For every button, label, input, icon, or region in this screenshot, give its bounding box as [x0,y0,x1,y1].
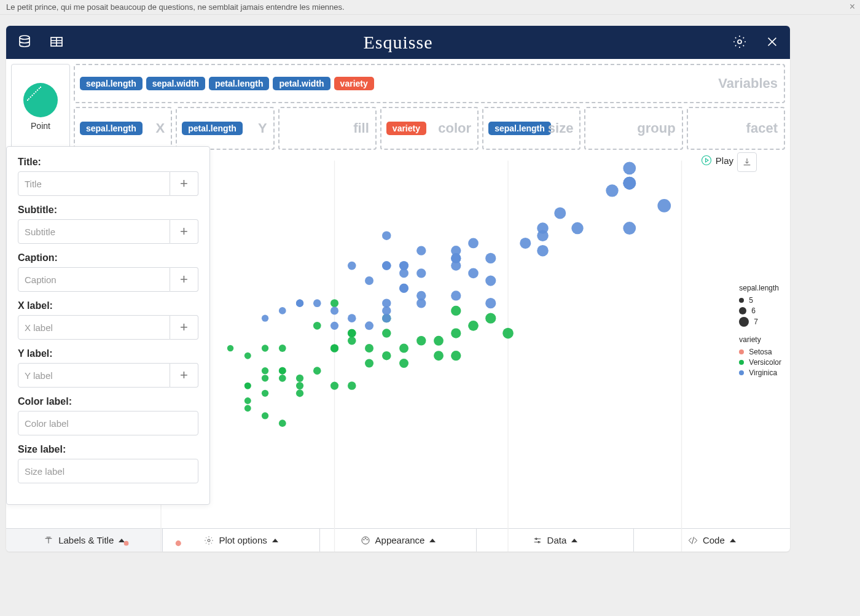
svg-point-163 [313,299,321,307]
pill-variety[interactable]: variety [334,77,374,90]
aes-zone-Y[interactable]: petal.lengthY [176,107,274,150]
table-icon[interactable] [49,34,64,51]
svg-point-108 [262,367,268,374]
field-label-colorlabel: Color label: [18,396,198,407]
app-window: Esquisse Point sepal.lengthsepal.widthpe… [6,26,790,552]
title-input[interactable] [18,171,170,196]
svg-point-160 [382,306,391,315]
pill-petal.length[interactable]: petal.length [209,77,270,90]
caption-input[interactable] [18,267,170,292]
legend-color-title: variety [739,335,781,344]
colorlabel-input[interactable] [18,411,198,435]
xlabel-plus-button[interactable]: + [170,315,198,340]
svg-point-140 [365,321,373,330]
xlabel-input[interactable] [18,315,170,340]
svg-point-79 [451,351,461,361]
svg-point-152 [330,322,338,330]
svg-point-82 [365,344,373,353]
legend-color-row: Setosa [739,348,781,356]
zone-label-Y: Y [258,120,267,136]
svg-point-70 [382,329,391,337]
svg-point-134 [485,253,496,263]
svg-point-81 [296,375,303,382]
field-label-sizelabel: Size label: [18,444,198,455]
zone-label-size: size [548,120,574,136]
svg-point-159 [451,290,461,300]
legend-size-title: sepal.length [739,284,781,292]
svg-point-111 [365,359,373,367]
svg-point-136 [623,177,636,190]
aes-zone-fill[interactable]: fill [278,107,377,150]
svg-point-155 [485,298,496,308]
svg-point-78 [262,412,268,419]
svg-point-69 [279,345,286,352]
svg-point-85 [348,381,356,390]
subtitle-plus-button[interactable]: + [170,219,198,244]
svg-point-76 [330,382,338,390]
svg-point-84 [313,322,321,330]
play-button[interactable]: Play [701,155,733,166]
zone-label-facet: facet [746,120,778,136]
close-app-icon[interactable] [765,35,779,50]
svg-point-144 [571,222,583,234]
aes-zone-group[interactable]: group [584,107,682,150]
svg-point-116 [520,238,531,249]
geom-selector[interactable]: Point [11,64,70,150]
legend-size-row: 6 [739,306,781,315]
pill-petal.width[interactable]: petal.width [273,77,330,90]
zone-label-group: group [637,120,675,136]
svg-point-102 [262,375,268,381]
gear-icon[interactable] [732,34,747,51]
svg-point-121 [554,208,566,219]
sizelabel-input[interactable] [18,459,198,483]
zone-label-X: X [156,120,165,136]
app-title: Esquisse [364,32,433,53]
legend-color-row: Virginica [739,368,781,377]
download-button[interactable] [737,152,757,172]
aes-zone-X[interactable]: sepal.lengthX [74,107,172,150]
svg-point-158 [451,253,461,263]
field-label-subtitle: Subtitle: [18,205,198,216]
pill-sepal.length[interactable]: sepal.length [80,122,143,135]
ylabel-plus-button[interactable]: + [170,363,198,388]
svg-point-105 [348,337,356,345]
title-plus-button[interactable]: + [170,171,198,196]
pill-variety[interactable]: variety [386,122,426,135]
caption-plus-button[interactable]: + [170,267,198,292]
database-icon[interactable] [17,34,32,51]
svg-point-90 [468,321,479,331]
aes-zone-size[interactable]: sepal.lengthsize [482,107,580,150]
pill-petal.length[interactable]: petal.length [182,122,243,135]
svg-point-2 [738,40,741,44]
svg-point-106 [296,382,303,389]
zone-label-fill: fill [353,120,369,136]
svg-point-132 [623,162,636,174]
pill-sepal.width[interactable]: sepal.width [146,77,205,90]
aes-zone-facet[interactable]: facet [687,107,785,150]
legend-size-row: 7 [739,317,781,327]
pill-sepal.length[interactable]: sepal.length [488,122,551,135]
svg-point-101 [382,351,391,360]
subtitle-input[interactable] [18,219,170,244]
close-icon[interactable]: × [850,1,855,12]
svg-point-114 [382,232,391,240]
aes-zone-color[interactable]: varietycolor [380,107,479,150]
svg-point-103 [244,383,251,389]
svg-point-104 [244,353,251,359]
svg-point-97 [330,299,338,307]
svg-point-38 [124,541,129,546]
svg-point-68 [416,336,426,345]
svg-point-83 [262,390,268,397]
pill-sepal.length[interactable]: sepal.length [80,77,143,90]
field-label-title: Title: [18,157,198,168]
svg-point-113 [279,375,286,382]
svg-point-126 [468,268,479,278]
svg-point-162 [365,276,373,285]
ylabel-input[interactable] [18,363,170,388]
svg-point-3 [702,156,711,165]
legend: sepal.length567varietySetosaVersicolorVi… [739,275,781,379]
svg-point-150 [382,261,391,270]
svg-point-151 [399,268,408,278]
geom-label: Point [31,121,50,131]
variables-zone[interactable]: sepal.lengthsepal.widthpetal.lengthpetal… [74,64,785,103]
